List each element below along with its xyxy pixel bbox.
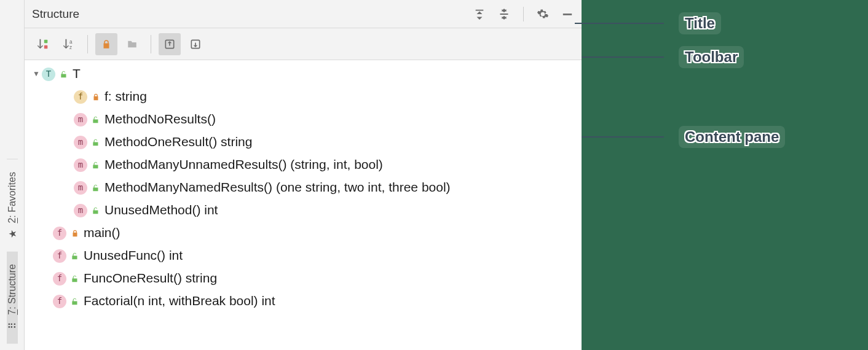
tree-node-label: MethodManyNamedResults() (one string, tw…	[105, 177, 451, 198]
show-fields-button[interactable]	[121, 33, 143, 55]
method-badge-icon: m	[74, 181, 87, 195]
visibility-public-icon	[91, 183, 101, 193]
tool-window-stripe: ★ 2: Favorites ⠿ 7: Structure	[0, 0, 25, 350]
visibility-private-icon	[70, 228, 80, 238]
visibility-public-icon	[59, 69, 69, 79]
method-badge-icon: m	[74, 113, 87, 126]
collapse-all-icon[interactable]	[496, 6, 512, 22]
tree-node-label: UnusedFunc() int	[84, 245, 183, 266]
tree-node-func[interactable]: f Factorial(n int, withBreak bool) int	[30, 290, 582, 313]
expand-all-icon[interactable]	[471, 6, 487, 22]
svg-rect-0	[563, 14, 572, 15]
type-badge-icon: T	[42, 68, 55, 81]
tree-node-method[interactable]: m MethodOneResult() string	[30, 131, 582, 154]
sort-by-visibility-button[interactable]	[32, 33, 54, 55]
visibility-public-icon	[70, 274, 80, 284]
visibility-public-icon	[70, 297, 80, 306]
func-badge-icon: f	[53, 227, 66, 240]
expand-toggle-icon[interactable]: ▼	[31, 68, 42, 80]
method-badge-icon: m	[74, 204, 87, 217]
tree-node-func[interactable]: f FuncOneResult() string	[30, 267, 582, 290]
favorites-tool-label: 2: Favorites	[7, 172, 18, 224]
show-non-public-button[interactable]	[95, 33, 117, 55]
tree-node-method[interactable]: m MethodNoResults()	[30, 108, 582, 131]
page-title: Structure	[32, 7, 79, 21]
visibility-private-icon	[91, 92, 101, 102]
favorites-tool-tab[interactable]: ★ 2: Favorites	[7, 159, 18, 252]
separator	[523, 7, 524, 21]
tree-node-label: T	[73, 63, 81, 85]
tree-node-method[interactable]: m MethodManyUnnamedResults() (string, in…	[30, 154, 582, 176]
tree-node-method[interactable]: m UnusedMethod() int	[30, 199, 582, 222]
field-badge-icon: f	[74, 90, 87, 104]
structure-icon: ⠿	[6, 322, 18, 330]
method-badge-icon: m	[74, 136, 87, 149]
tree-node-label: MethodManyUnnamedResults() (string, int,…	[105, 154, 383, 176]
structure-tool-label: 7: Structure	[7, 264, 18, 315]
method-badge-icon: m	[74, 158, 87, 172]
tree-node-func[interactable]: f UnusedFunc() int	[30, 244, 582, 267]
tree-node-method[interactable]: m MethodManyNamedResults() (one string, …	[30, 176, 582, 199]
structure-tool-tab[interactable]: ⠿ 7: Structure	[7, 252, 18, 344]
structure-tree: ▼ T T f f: string m MethodNoResults()	[25, 63, 582, 313]
visibility-public-icon	[91, 160, 101, 170]
callout-title: Title	[575, 12, 721, 34]
structure-tool-window: ★ 2: Favorites ⠿ 7: Structure Structure	[0, 0, 582, 350]
func-badge-icon: f	[53, 295, 66, 308]
func-badge-icon: f	[53, 272, 66, 286]
visibility-public-icon	[70, 251, 80, 261]
tree-node-label: f: string	[105, 86, 147, 107]
callout-toolbar: Toolbar	[582, 46, 744, 68]
tree-node-func[interactable]: f main()	[30, 222, 582, 244]
tool-window-toolbar: az	[25, 28, 582, 60]
visibility-public-icon	[91, 138, 101, 147]
tree-node-label: MethodNoResults()	[105, 109, 216, 130]
minimize-icon[interactable]	[559, 6, 575, 22]
separator	[87, 35, 88, 53]
svg-rect-1	[44, 39, 48, 43]
tree-node-label: UnusedMethod() int	[105, 200, 218, 221]
sort-alpha-button[interactable]: az	[58, 33, 80, 55]
svg-rect-2	[44, 45, 48, 49]
tree-node-label: main()	[84, 222, 120, 244]
visibility-public-icon	[91, 115, 101, 125]
autoscroll-to-source-button[interactable]	[159, 33, 181, 55]
separator	[151, 35, 151, 53]
tree-node-label: MethodOneResult() string	[105, 131, 252, 153]
tree-node-type[interactable]: ▼ T T	[30, 63, 582, 85]
star-icon: ★	[6, 230, 18, 238]
gear-icon[interactable]	[535, 6, 551, 22]
tool-window-titlebar: Structure	[25, 0, 582, 28]
svg-text:a: a	[69, 39, 73, 45]
autoscroll-from-source-button[interactable]	[184, 33, 207, 55]
tree-node-label: FuncOneResult() string	[84, 268, 217, 289]
tree-node-label: Factorial(n int, withBreak bool) int	[84, 290, 275, 312]
svg-text:z: z	[69, 45, 72, 50]
visibility-public-icon	[91, 206, 101, 216]
func-badge-icon: f	[53, 249, 66, 263]
tree-node-field[interactable]: f f: string	[30, 85, 582, 108]
structure-content-pane[interactable]: ▼ T T f f: string m MethodNoResults()	[25, 60, 582, 350]
callout-content: Content pane	[582, 126, 785, 148]
tool-window-main: Structure	[25, 0, 582, 350]
